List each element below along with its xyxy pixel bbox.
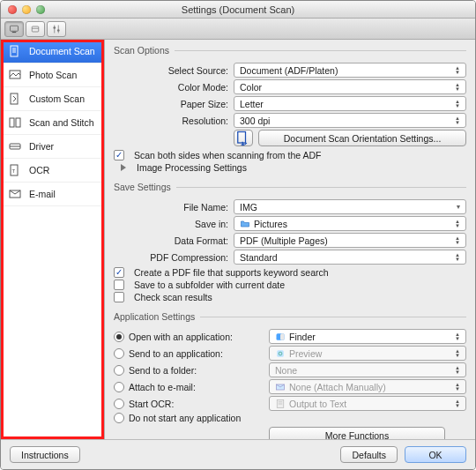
sidebar-item-label: Photo Scan: [29, 70, 77, 80]
sidebar-item-label: Custom Scan: [29, 93, 85, 104]
save-subfolder-checkbox[interactable]: [114, 280, 124, 290]
section-legend: Application Settings: [114, 311, 200, 322]
pdf-keyword-label: Create a PDF file that supports keyword …: [134, 267, 329, 278]
select-source-popup[interactable]: Document (ADF/Platen): [234, 63, 466, 78]
resolution-popup[interactable]: 300 dpi: [234, 113, 466, 128]
save-in-value: Pictures: [254, 219, 287, 229]
svg-rect-1: [12, 32, 17, 33]
text-icon: [275, 399, 286, 409]
section-application-settings: Application Settings Open with an applic…: [114, 311, 466, 439]
section-save-settings: Save Settings File Name: IMG▼ Save in: P…: [114, 182, 466, 308]
paper-size-popup[interactable]: Letter: [234, 96, 466, 111]
document-scan-icon: [8, 45, 22, 57]
footer: Instructions Defaults OK: [1, 439, 475, 469]
sidebar: Document Scan Photo Scan Custom Scan Sca…: [1, 40, 105, 439]
send-to-folder-label: Send to a folder:: [129, 365, 197, 376]
sidebar-item-ocr[interactable]: T OCR: [1, 159, 104, 183]
attach-to-email-radio[interactable]: [114, 382, 124, 392]
label-save-in: Save in:: [114, 219, 228, 229]
label-select-source: Select Source:: [114, 65, 228, 76]
pdf-compression-popup[interactable]: Standard: [234, 250, 466, 265]
svg-text:T: T: [12, 168, 16, 174]
preview-icon: [275, 348, 286, 359]
color-mode-value: Color: [240, 82, 262, 93]
pdf-compression-value: Standard: [240, 252, 278, 263]
svg-point-7: [57, 29, 60, 32]
ocr-icon: T: [8, 164, 22, 176]
svg-rect-0: [11, 26, 19, 31]
pdf-keyword-checkbox[interactable]: [114, 267, 124, 278]
image-processing-disclosure[interactable]: [121, 164, 126, 171]
do-not-start-radio[interactable]: [114, 413, 124, 423]
attach-to-email-popup[interactable]: None (Attach Manually): [269, 379, 466, 394]
svg-rect-2: [32, 26, 39, 32]
svg-rect-23: [280, 333, 285, 340]
content-panel: Scan Options Select Source: Document (AD…: [105, 40, 475, 439]
toolbar-tab-device[interactable]: [26, 21, 45, 37]
start-ocr-radio[interactable]: [114, 399, 124, 409]
section-legend: Save Settings: [114, 182, 176, 192]
sidebar-item-scan-and-stitch[interactable]: Scan and Stitch: [1, 111, 104, 135]
save-in-popup[interactable]: Pictures: [234, 216, 466, 231]
orientation-icon-button[interactable]: [234, 130, 253, 146]
label-pdf-compression: PDF Compression:: [114, 252, 228, 263]
do-not-start-label: Do not start any application: [129, 413, 241, 423]
instructions-button[interactable]: Instructions: [10, 446, 80, 463]
send-to-application-radio[interactable]: [114, 348, 124, 359]
file-name-value: IMG: [240, 202, 257, 213]
scan-both-sides-label: Scan both sides when scanning from the A…: [134, 150, 321, 160]
file-name-input[interactable]: IMG▼: [234, 199, 466, 214]
sidebar-item-custom-scan[interactable]: Custom Scan: [1, 87, 104, 111]
label-resolution: Resolution:: [114, 116, 228, 126]
image-processing-label: Image Processing Settings: [137, 162, 247, 173]
toolbar-tab-prefs[interactable]: [47, 21, 66, 37]
send-to-folder-popup[interactable]: None: [269, 362, 466, 377]
send-to-application-popup[interactable]: Preview: [269, 346, 466, 361]
sidebar-item-email[interactable]: E-mail: [1, 183, 104, 206]
label-file-name: File Name:: [114, 202, 228, 213]
orientation-settings-button[interactable]: Document Scan Orientation Settings...: [258, 130, 466, 146]
color-mode-popup[interactable]: Color: [234, 79, 466, 94]
open-with-application-radio[interactable]: [114, 332, 124, 342]
toolbar-tab-scan[interactable]: [4, 21, 24, 37]
section-legend: Scan Options: [114, 45, 175, 56]
section-scan-options: Scan Options Select Source: Document (AD…: [114, 45, 466, 178]
svg-point-6: [53, 26, 56, 29]
zoom-window-button[interactable]: [36, 5, 45, 14]
svg-rect-21: [238, 131, 246, 143]
data-format-popup[interactable]: PDF (Multiple Pages): [234, 233, 466, 248]
ok-button[interactable]: OK: [405, 446, 466, 463]
custom-scan-icon: [8, 93, 22, 105]
scan-both-sides-checkbox[interactable]: [114, 150, 124, 160]
orientation-icon: [234, 130, 252, 147]
email-icon: [8, 188, 22, 200]
select-source-value: Document (ADF/Platen): [240, 65, 338, 76]
defaults-button[interactable]: Defaults: [340, 446, 398, 463]
open-with-application-label: Open with an application:: [129, 332, 233, 342]
send-to-folder-radio[interactable]: [114, 365, 124, 376]
svg-rect-14: [10, 118, 14, 127]
sidebar-item-photo-scan[interactable]: Photo Scan: [1, 63, 104, 87]
sidebar-item-driver[interactable]: Driver: [1, 135, 104, 159]
svg-rect-24: [277, 350, 284, 357]
check-results-checkbox[interactable]: [114, 292, 124, 302]
svg-rect-13: [11, 93, 18, 104]
close-window-button[interactable]: [8, 5, 17, 14]
sidebar-item-label: Document Scan: [29, 46, 95, 56]
titlebar: Settings (Document Scan): [1, 1, 475, 19]
data-format-value: PDF (Multiple Pages): [240, 235, 328, 246]
sidebar-item-label: OCR: [29, 165, 49, 175]
open-with-application-popup[interactable]: Finder: [269, 329, 466, 344]
finder-icon: [275, 332, 286, 342]
photo-scan-icon: [8, 69, 22, 81]
minimize-window-button[interactable]: [22, 5, 31, 14]
check-results-label: Check scan results: [134, 292, 212, 302]
label-paper-size: Paper Size:: [114, 99, 228, 109]
start-ocr-popup[interactable]: Output to Text: [269, 396, 466, 411]
more-functions-button[interactable]: More Functions: [269, 427, 445, 439]
window-title: Settings (Document Scan): [1, 4, 475, 15]
sidebar-item-document-scan[interactable]: Document Scan: [1, 40, 104, 63]
label-color-mode: Color Mode:: [114, 82, 228, 93]
save-subfolder-label: Save to a subfolder with current date: [134, 280, 285, 290]
stitch-icon: [8, 116, 22, 129]
